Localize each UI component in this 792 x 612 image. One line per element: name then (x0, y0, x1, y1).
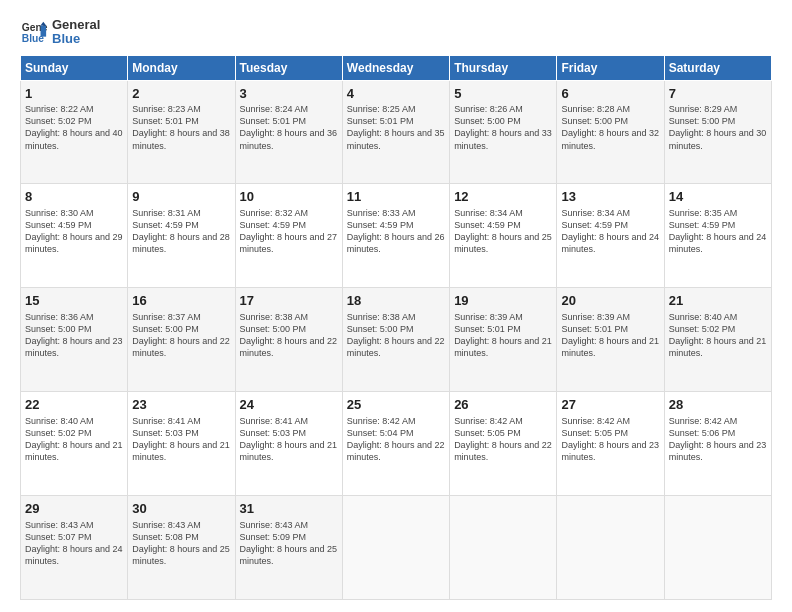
day-number: 25 (347, 396, 445, 414)
day-number: 13 (561, 188, 659, 206)
week-row-1: 1Sunrise: 8:22 AMSunset: 5:02 PMDaylight… (21, 80, 772, 184)
day-number: 23 (132, 396, 230, 414)
calendar-cell: 2Sunrise: 8:23 AMSunset: 5:01 PMDaylight… (128, 80, 235, 184)
day-info: Sunrise: 8:30 AMSunset: 4:59 PMDaylight:… (25, 207, 123, 256)
calendar-cell: 16Sunrise: 8:37 AMSunset: 5:00 PMDayligh… (128, 288, 235, 392)
week-row-2: 8Sunrise: 8:30 AMSunset: 4:59 PMDaylight… (21, 184, 772, 288)
day-info: Sunrise: 8:39 AMSunset: 5:01 PMDaylight:… (454, 311, 552, 360)
day-number: 30 (132, 500, 230, 518)
page: General Blue General Blue SundayMondayTu… (0, 0, 792, 612)
calendar-cell: 7Sunrise: 8:29 AMSunset: 5:00 PMDaylight… (664, 80, 771, 184)
calendar-cell: 15Sunrise: 8:36 AMSunset: 5:00 PMDayligh… (21, 288, 128, 392)
day-info: Sunrise: 8:38 AMSunset: 5:00 PMDaylight:… (240, 311, 338, 360)
day-number: 22 (25, 396, 123, 414)
day-number: 1 (25, 85, 123, 103)
day-info: Sunrise: 8:22 AMSunset: 5:02 PMDaylight:… (25, 103, 123, 152)
week-row-3: 15Sunrise: 8:36 AMSunset: 5:00 PMDayligh… (21, 288, 772, 392)
weekday-saturday: Saturday (664, 55, 771, 80)
calendar-cell: 1Sunrise: 8:22 AMSunset: 5:02 PMDaylight… (21, 80, 128, 184)
day-info: Sunrise: 8:37 AMSunset: 5:00 PMDaylight:… (132, 311, 230, 360)
calendar-table: SundayMondayTuesdayWednesdayThursdayFrid… (20, 55, 772, 600)
day-info: Sunrise: 8:42 AMSunset: 5:05 PMDaylight:… (454, 415, 552, 464)
day-info: Sunrise: 8:43 AMSunset: 5:08 PMDaylight:… (132, 519, 230, 568)
day-info: Sunrise: 8:28 AMSunset: 5:00 PMDaylight:… (561, 103, 659, 152)
day-info: Sunrise: 8:43 AMSunset: 5:09 PMDaylight:… (240, 519, 338, 568)
day-number: 4 (347, 85, 445, 103)
day-info: Sunrise: 8:34 AMSunset: 4:59 PMDaylight:… (454, 207, 552, 256)
day-info: Sunrise: 8:25 AMSunset: 5:01 PMDaylight:… (347, 103, 445, 152)
weekday-header-row: SundayMondayTuesdayWednesdayThursdayFrid… (21, 55, 772, 80)
day-info: Sunrise: 8:42 AMSunset: 5:06 PMDaylight:… (669, 415, 767, 464)
calendar-cell: 11Sunrise: 8:33 AMSunset: 4:59 PMDayligh… (342, 184, 449, 288)
day-number: 18 (347, 292, 445, 310)
day-info: Sunrise: 8:41 AMSunset: 5:03 PMDaylight:… (132, 415, 230, 464)
calendar-cell: 23Sunrise: 8:41 AMSunset: 5:03 PMDayligh… (128, 392, 235, 496)
calendar-cell: 3Sunrise: 8:24 AMSunset: 5:01 PMDaylight… (235, 80, 342, 184)
calendar-cell: 27Sunrise: 8:42 AMSunset: 5:05 PMDayligh… (557, 392, 664, 496)
weekday-thursday: Thursday (450, 55, 557, 80)
week-row-5: 29Sunrise: 8:43 AMSunset: 5:07 PMDayligh… (21, 496, 772, 600)
day-number: 17 (240, 292, 338, 310)
day-number: 31 (240, 500, 338, 518)
day-info: Sunrise: 8:38 AMSunset: 5:00 PMDaylight:… (347, 311, 445, 360)
logo-icon: General Blue (20, 18, 48, 46)
day-number: 3 (240, 85, 338, 103)
day-info: Sunrise: 8:42 AMSunset: 5:05 PMDaylight:… (561, 415, 659, 464)
day-number: 19 (454, 292, 552, 310)
day-number: 7 (669, 85, 767, 103)
calendar-cell: 5Sunrise: 8:26 AMSunset: 5:00 PMDaylight… (450, 80, 557, 184)
svg-marker-2 (41, 26, 47, 37)
day-info: Sunrise: 8:35 AMSunset: 4:59 PMDaylight:… (669, 207, 767, 256)
calendar-cell: 20Sunrise: 8:39 AMSunset: 5:01 PMDayligh… (557, 288, 664, 392)
day-info: Sunrise: 8:26 AMSunset: 5:00 PMDaylight:… (454, 103, 552, 152)
logo: General Blue General Blue (20, 18, 100, 47)
day-info: Sunrise: 8:29 AMSunset: 5:00 PMDaylight:… (669, 103, 767, 152)
day-info: Sunrise: 8:41 AMSunset: 5:03 PMDaylight:… (240, 415, 338, 464)
day-info: Sunrise: 8:24 AMSunset: 5:01 PMDaylight:… (240, 103, 338, 152)
calendar-cell: 22Sunrise: 8:40 AMSunset: 5:02 PMDayligh… (21, 392, 128, 496)
day-info: Sunrise: 8:36 AMSunset: 5:00 PMDaylight:… (25, 311, 123, 360)
day-number: 5 (454, 85, 552, 103)
calendar-cell: 13Sunrise: 8:34 AMSunset: 4:59 PMDayligh… (557, 184, 664, 288)
calendar-cell: 14Sunrise: 8:35 AMSunset: 4:59 PMDayligh… (664, 184, 771, 288)
weekday-friday: Friday (557, 55, 664, 80)
week-row-4: 22Sunrise: 8:40 AMSunset: 5:02 PMDayligh… (21, 392, 772, 496)
day-number: 12 (454, 188, 552, 206)
day-number: 24 (240, 396, 338, 414)
day-info: Sunrise: 8:39 AMSunset: 5:01 PMDaylight:… (561, 311, 659, 360)
calendar-cell: 9Sunrise: 8:31 AMSunset: 4:59 PMDaylight… (128, 184, 235, 288)
day-number: 15 (25, 292, 123, 310)
day-number: 10 (240, 188, 338, 206)
day-number: 11 (347, 188, 445, 206)
weekday-tuesday: Tuesday (235, 55, 342, 80)
day-info: Sunrise: 8:40 AMSunset: 5:02 PMDaylight:… (25, 415, 123, 464)
day-number: 26 (454, 396, 552, 414)
day-number: 21 (669, 292, 767, 310)
day-number: 2 (132, 85, 230, 103)
weekday-monday: Monday (128, 55, 235, 80)
day-info: Sunrise: 8:33 AMSunset: 4:59 PMDaylight:… (347, 207, 445, 256)
day-info: Sunrise: 8:32 AMSunset: 4:59 PMDaylight:… (240, 207, 338, 256)
calendar-cell (557, 496, 664, 600)
calendar-cell (450, 496, 557, 600)
calendar-cell: 17Sunrise: 8:38 AMSunset: 5:00 PMDayligh… (235, 288, 342, 392)
day-number: 9 (132, 188, 230, 206)
weekday-wednesday: Wednesday (342, 55, 449, 80)
day-info: Sunrise: 8:42 AMSunset: 5:04 PMDaylight:… (347, 415, 445, 464)
day-number: 29 (25, 500, 123, 518)
day-number: 6 (561, 85, 659, 103)
day-info: Sunrise: 8:23 AMSunset: 5:01 PMDaylight:… (132, 103, 230, 152)
calendar-cell (664, 496, 771, 600)
calendar-cell: 29Sunrise: 8:43 AMSunset: 5:07 PMDayligh… (21, 496, 128, 600)
day-number: 28 (669, 396, 767, 414)
header: General Blue General Blue (20, 18, 772, 47)
day-number: 27 (561, 396, 659, 414)
calendar-cell: 6Sunrise: 8:28 AMSunset: 5:00 PMDaylight… (557, 80, 664, 184)
day-number: 14 (669, 188, 767, 206)
calendar-cell: 21Sunrise: 8:40 AMSunset: 5:02 PMDayligh… (664, 288, 771, 392)
calendar-cell: 28Sunrise: 8:42 AMSunset: 5:06 PMDayligh… (664, 392, 771, 496)
calendar-cell: 25Sunrise: 8:42 AMSunset: 5:04 PMDayligh… (342, 392, 449, 496)
day-number: 20 (561, 292, 659, 310)
day-info: Sunrise: 8:40 AMSunset: 5:02 PMDaylight:… (669, 311, 767, 360)
calendar-cell: 26Sunrise: 8:42 AMSunset: 5:05 PMDayligh… (450, 392, 557, 496)
